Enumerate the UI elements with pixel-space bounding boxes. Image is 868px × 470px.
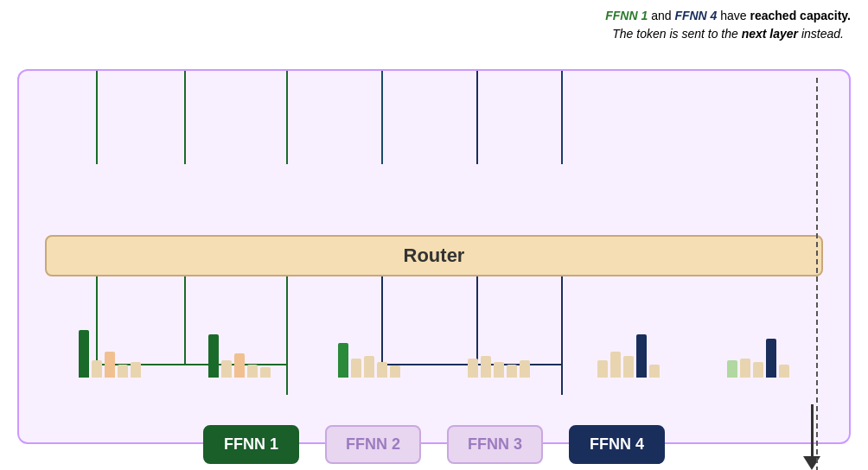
bar [597,360,608,378]
ffnn-row: FFNN 1 FFNN 2 FFNN 3 FFNN 4 [45,425,823,464]
ffnn-box-1: FFNN 1 [203,425,299,464]
main-container: Router [17,69,851,444]
bar [468,359,478,378]
bar [623,356,634,378]
bar [118,365,128,378]
bar [221,360,232,378]
bar [351,359,361,378]
bar [766,339,776,378]
barchart-group-6 [727,308,789,378]
ffnn-box-2: FFNN 2 [325,425,421,464]
bar [208,334,219,378]
bar [390,365,400,378]
bar [520,360,530,378]
barchart-group-4 [468,308,530,378]
bar [377,362,387,378]
bar [338,343,348,378]
bar [105,352,115,378]
bar [779,365,789,378]
router-box: Router [45,235,823,276]
bar [610,352,621,378]
router-label: Router [404,245,465,267]
bar [507,365,517,378]
bar [364,356,374,378]
bar [727,360,737,378]
arrow-line [811,404,814,456]
bar [649,365,660,378]
bar [131,362,141,378]
barchart-group-3 [338,308,400,378]
bar [247,365,258,378]
barcharts-area [45,291,823,378]
next-layer-arrow [803,404,820,470]
barchart-group-5 [597,308,660,378]
ffnn-box-3: FFNN 3 [447,425,543,464]
bar [753,362,763,378]
ffnn-box-4: FFNN 4 [569,425,665,464]
arrow-head [803,456,820,470]
bar [494,362,504,378]
barchart-group-1 [79,308,141,378]
bar [481,356,491,378]
bar [79,330,89,378]
annotation-line1: FFNN 1 and FFNN 4 have reached capacity. [605,7,851,25]
barchart-group-2 [208,308,271,378]
bar [92,360,102,378]
bar [636,334,647,378]
annotation-line2: The token is sent to the next layer inst… [605,25,851,43]
bar [260,367,271,378]
bar [234,353,245,378]
bar [740,359,750,378]
annotation-box: FFNN 1 and FFNN 4 have reached capacity.… [605,7,851,43]
